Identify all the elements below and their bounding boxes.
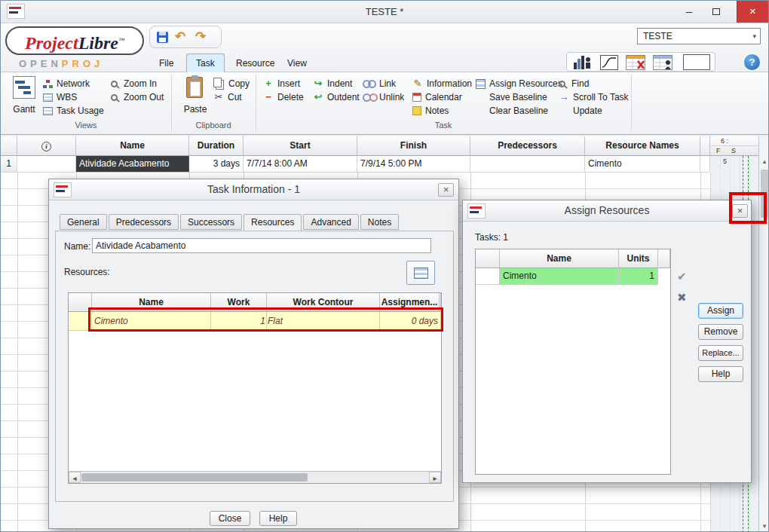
maximize-button[interactable]: [703, 1, 729, 23]
header-predecessors[interactable]: Predecessors: [470, 136, 585, 156]
calendar-button[interactable]: Calendar: [412, 90, 462, 104]
gantt-icon[interactable]: [13, 76, 35, 99]
scroll-down-icon[interactable]: ▾: [759, 522, 769, 530]
assign-resources-titlebar[interactable]: Assign Resources ×: [463, 200, 751, 222]
assign-button[interactable]: Assign: [698, 303, 743, 319]
tab-resources[interactable]: Resources: [244, 214, 302, 231]
tab-predecessors[interactable]: Predecessors: [109, 214, 179, 230]
help-button[interactable]: ?: [744, 54, 760, 70]
vertical-scrollbar[interactable]: ▴ ▾: [758, 136, 769, 532]
header-corner[interactable]: [1, 136, 17, 156]
header-name[interactable]: Name: [76, 136, 189, 156]
resource-histogram-icon[interactable]: [573, 55, 591, 72]
paste-button[interactable]: Paste: [179, 104, 212, 115]
clear-baseline-button[interactable]: Clear Baseline: [489, 104, 548, 118]
gantt-button[interactable]: Gantt: [5, 104, 43, 115]
notes-button[interactable]: Notes: [412, 104, 449, 118]
resource-row-name[interactable]: Cimento: [500, 268, 619, 285]
close-dialog-button[interactable]: Close: [210, 511, 250, 526]
assign-resources-button[interactable]: Assign Resources: [476, 77, 562, 90]
wbs-icon: [43, 93, 53, 102]
resource-row-work[interactable]: 1: [211, 312, 267, 331]
help-dialog-button[interactable]: Help: [259, 511, 297, 526]
task-information-titlebar[interactable]: Task Information - 1 ×: [49, 179, 458, 200]
resources-grid: Name Work Work Contour Assignmen... Cime…: [68, 292, 442, 484]
copy-button[interactable]: Copy: [213, 77, 250, 90]
resource-row-selector[interactable]: [476, 268, 500, 285]
resource-row-assignment[interactable]: 0 days: [380, 312, 441, 331]
unlink-label: Unlink: [379, 92, 404, 102]
header-indicator-column[interactable]: i: [17, 136, 76, 156]
charts-icon[interactable]: [600, 55, 618, 72]
information-button[interactable]: ✎ Information: [412, 77, 472, 90]
scroll-to-task-button[interactable]: → Scroll To Task: [559, 90, 629, 104]
cell-duration[interactable]: 3 days: [189, 156, 244, 173]
tab-advanced[interactable]: Advanced: [303, 214, 358, 230]
assign-resources-close-button[interactable]: ×: [732, 204, 748, 218]
link-button[interactable]: Link: [363, 77, 396, 90]
tab-view[interactable]: View: [278, 55, 316, 72]
project-selector-dropdown[interactable]: TESTE ▾: [637, 28, 761, 44]
header-start[interactable]: Start: [244, 136, 357, 156]
cell-start[interactable]: 7/7/14 8:00 AM: [244, 156, 357, 173]
cut-button[interactable]: ✂ Cut: [213, 90, 242, 104]
header-finish[interactable]: Finish: [357, 136, 470, 156]
window-titlebar[interactable]: TESTE * – ×: [1, 1, 768, 23]
scroll-right-icon[interactable]: ▸: [429, 472, 441, 483]
header-duration[interactable]: Duration: [189, 136, 244, 156]
row-number[interactable]: 1: [1, 156, 17, 173]
find-button[interactable]: Find: [559, 77, 589, 90]
scrollbar-thumb[interactable]: [81, 473, 308, 482]
undo-icon[interactable]: ↶: [175, 29, 185, 44]
remove-button[interactable]: Remove: [698, 324, 743, 340]
resource-usage-detail-icon[interactable]: [653, 55, 672, 72]
task-information-title: Task Information - 1: [49, 179, 458, 200]
task-name-input[interactable]: [92, 238, 431, 253]
save-baseline-button[interactable]: Save Baseline: [489, 90, 547, 104]
scroll-left-icon[interactable]: ◂: [69, 472, 81, 483]
network-button[interactable]: Network: [43, 77, 90, 90]
zoom-in-button[interactable]: Zoom In: [111, 77, 157, 90]
assign-resources-dialog-button[interactable]: [406, 261, 435, 285]
scroll-up-icon[interactable]: ▴: [759, 157, 769, 165]
wbs-button[interactable]: WBS: [43, 90, 77, 104]
delete-button[interactable]: − Delete: [263, 90, 304, 104]
resource-row-name[interactable]: Cimento: [92, 312, 211, 331]
resource-row-units[interactable]: 1: [619, 268, 658, 285]
insert-button[interactable]: + Insert: [263, 77, 300, 90]
unlink-button[interactable]: Unlink: [363, 90, 404, 104]
no-detail-view-button[interactable]: [683, 54, 710, 70]
paste-icon[interactable]: [186, 77, 203, 98]
task-usage-detail-icon[interactable]: [626, 55, 645, 72]
row-indicator-cell[interactable]: [17, 156, 76, 173]
outdent-button[interactable]: ↩ Outdent: [313, 90, 360, 104]
tab-successors[interactable]: Successors: [180, 214, 242, 230]
tab-general[interactable]: General: [60, 214, 107, 230]
task-usage-button[interactable]: Task Usage: [43, 104, 104, 118]
logo-tm: ™: [118, 37, 124, 44]
tab-file[interactable]: File: [150, 55, 182, 72]
cell-finish[interactable]: 7/9/14 5:00 PM: [357, 156, 470, 173]
save-icon[interactable]: [157, 32, 168, 43]
zoom-out-button[interactable]: Zoom Out: [111, 90, 164, 104]
cell-task-name[interactable]: Atividade Acabamento: [76, 156, 189, 173]
cell-predecessors[interactable]: [470, 156, 585, 173]
gantt-timeline-header[interactable]: 6 : F S: [710, 136, 758, 156]
resource-row-work-contour[interactable]: Flat: [267, 312, 380, 331]
cell-resource-names[interactable]: Cimento: [585, 156, 700, 173]
help-button[interactable]: Help: [698, 366, 743, 382]
indent-button[interactable]: ↪ Indent: [313, 77, 352, 90]
tab-task[interactable]: Task: [186, 54, 225, 72]
resource-row-selector[interactable]: [69, 312, 92, 331]
scrollbar-thumb[interactable]: [761, 170, 768, 218]
replace-button[interactable]: Replace...: [698, 345, 743, 361]
tab-notes[interactable]: Notes: [360, 214, 399, 230]
redo-icon[interactable]: ↷: [195, 29, 206, 44]
update-button[interactable]: Update: [573, 104, 602, 118]
horizontal-scrollbar[interactable]: ◂ ▸: [69, 471, 441, 483]
task-information-close-button[interactable]: ×: [438, 183, 454, 197]
header-resource-names[interactable]: Resource Names: [585, 136, 700, 156]
minimize-button[interactable]: –: [676, 1, 702, 23]
close-button[interactable]: ×: [737, 1, 768, 23]
tab-resource[interactable]: Resource: [227, 55, 283, 72]
